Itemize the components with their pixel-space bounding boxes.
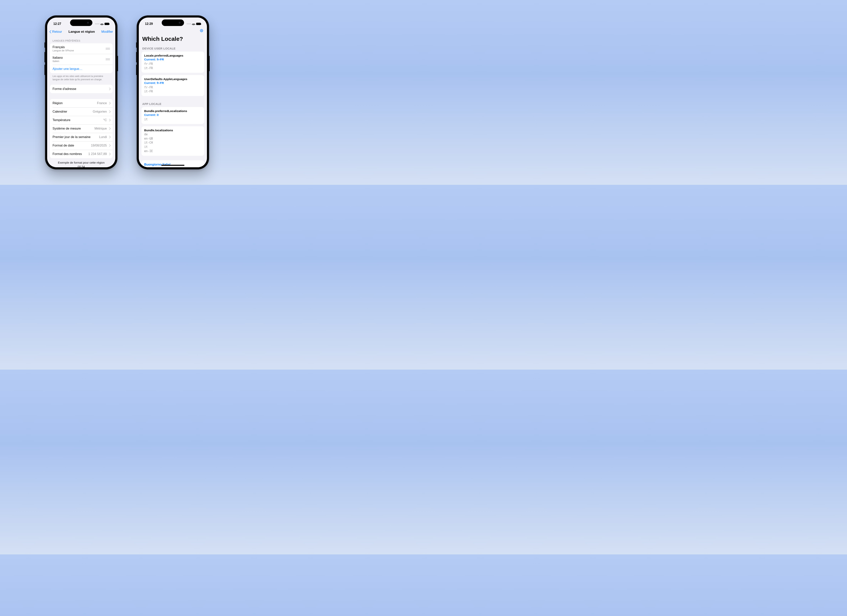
language-sub: Italien (53, 60, 63, 63)
chevron-right-icon (108, 102, 110, 105)
card-title: Bundle.preferredLocalizations (144, 109, 202, 113)
setting-row-date-format[interactable]: Format de date 19/08/2025 (50, 141, 113, 150)
language-row-italiano[interactable]: Italiano Italien (50, 54, 113, 65)
chevron-left-icon (49, 30, 52, 34)
setting-value: 19/08/2025 (91, 143, 107, 147)
setting-row-region[interactable]: Région France (50, 99, 113, 108)
back-label: Retour (52, 30, 62, 34)
screen-left: 12:27 Retour Langue et région Modifier L… (47, 18, 115, 167)
status-right (95, 23, 109, 25)
wifi-icon (100, 23, 103, 25)
setting-row-first-day[interactable]: Premier jour de la semaine Lundi (50, 133, 113, 141)
preferred-languages-card: Français Langue de l'iPhone Italiano Ita… (50, 43, 113, 73)
content-right: DEVICE USER LOCALE Locale.preferredLangu… (139, 43, 207, 167)
language-row-francais[interactable]: Français Langue de l'iPhone (50, 43, 113, 54)
example-format-block: Exemple de format pour cette région 00:3… (50, 158, 113, 167)
battery-icon (196, 23, 201, 25)
gear-icon[interactable] (200, 29, 204, 32)
chevron-right-icon (108, 136, 110, 139)
device-user-locale-header: DEVICE USER LOCALE (142, 43, 204, 52)
chevron-right-icon (108, 153, 110, 155)
language-name: Italiano (53, 56, 63, 59)
setting-label: Premier jour de la semaine (53, 135, 90, 139)
card-value: it-CH (144, 141, 202, 145)
chevron-right-icon (108, 87, 110, 90)
card-title: Bundle.localizations (144, 129, 202, 132)
chevron-right-icon (108, 110, 110, 113)
setting-value: Métrique (94, 127, 107, 130)
phone-frame-right: 12:29 Which Locale? DEVICE U (137, 15, 209, 169)
chevron-right-icon (108, 144, 110, 147)
setting-label: Format de date (53, 143, 74, 147)
back-button[interactable]: Retour (49, 30, 62, 34)
volume-down-button (44, 65, 45, 75)
status-time: 12:27 (53, 22, 61, 26)
nav-bar: Retour Langue et région Modifier (47, 28, 115, 36)
setting-row-calendar[interactable]: Calendrier Grégorien (50, 108, 113, 116)
volume-up-button (136, 52, 137, 62)
card-value: fr-FR (144, 86, 202, 90)
battery-icon (105, 23, 109, 25)
screen-right: 12:29 Which Locale? DEVICE U (139, 18, 207, 167)
card-value: it (144, 117, 202, 122)
setting-label: Température (53, 118, 71, 122)
add-language-label: Ajouter une langue… (53, 67, 83, 71)
cellular-icon (187, 24, 191, 24)
setting-value: °C (103, 118, 107, 122)
edit-button[interactable]: Modifier (102, 30, 113, 34)
setting-value: 1 234 567,89 (89, 152, 107, 156)
address-form-label: Forme d'adresse (53, 87, 76, 91)
setting-row-temperature[interactable]: Température °C (50, 116, 113, 124)
cellular-icon (95, 24, 99, 24)
chevron-right-icon (108, 127, 110, 130)
setting-value: Lundi (99, 135, 107, 139)
card-current: Current: fr-FR (144, 81, 202, 85)
nav-title: Langue et région (69, 30, 95, 34)
content-left: LANGUES PRÉFÉRÉES Français Langue de l'i… (47, 36, 115, 167)
card-value: en-IE (144, 149, 202, 154)
userdefaults-apple-languages-card: UserDefaults AppleLanguages Current: fr-… (142, 75, 204, 96)
nav-bar (139, 28, 207, 34)
add-language-button[interactable]: Ajouter une langue… (50, 65, 113, 73)
setting-value: Grégorien (93, 110, 107, 114)
card-value: de (144, 133, 202, 137)
setting-value: France (97, 101, 107, 105)
card-current: Current: it (144, 113, 202, 117)
drag-handle-icon[interactable] (106, 58, 110, 60)
language-sub: Langue de l'iPhone (53, 49, 74, 52)
side-button (44, 42, 45, 48)
home-indicator[interactable] (161, 165, 184, 166)
card-value: fr-FR (144, 62, 202, 66)
setting-label: Région (53, 101, 63, 105)
bundle-localizations-card: Bundle.localizations de en-GB it-CH it e… (142, 126, 204, 156)
example-time: 00:34 (50, 165, 113, 167)
phone-frame-left: 12:27 Retour Langue et région Modifier L… (45, 15, 117, 169)
setting-row-measurement[interactable]: Système de mesure Métrique (50, 124, 113, 133)
bundle-preferred-localizations-card: Bundle.preferredLocalizations Current: i… (142, 107, 204, 124)
address-form-card: Forme d'adresse (50, 85, 113, 93)
side-button (136, 42, 137, 48)
dynamic-island (70, 19, 92, 26)
setting-row-number-format[interactable]: Format des nombres 1 234 567,89 (50, 150, 113, 158)
setting-label: Format des nombres (53, 152, 82, 156)
power-button (117, 56, 118, 71)
dynamic-island (162, 19, 184, 26)
card-value: en-GB (144, 137, 202, 141)
app-locale-header: APP LOCALE (142, 98, 204, 107)
card-value: it (144, 145, 202, 149)
volume-up-button (44, 52, 45, 62)
chevron-right-icon (108, 119, 110, 121)
volume-down-button (136, 65, 137, 75)
setting-label: Calendrier (53, 110, 67, 114)
drag-handle-icon[interactable] (106, 48, 110, 50)
card-current: Current: fr-FR (144, 58, 202, 61)
setting-label: Système de mesure (53, 127, 81, 130)
status-right (187, 23, 201, 25)
card-value: it-FR (144, 90, 202, 94)
card-title: UserDefaults AppleLanguages (144, 77, 202, 81)
greeting-link[interactable]: Buongiorno Italia! (142, 160, 204, 167)
card-title: Locale.preferredLanguages (144, 54, 202, 58)
language-name: Français (53, 45, 65, 49)
region-settings-card: Région France Calendrier Grégorien Tempé… (50, 99, 113, 158)
address-form-row[interactable]: Forme d'adresse (50, 85, 113, 93)
